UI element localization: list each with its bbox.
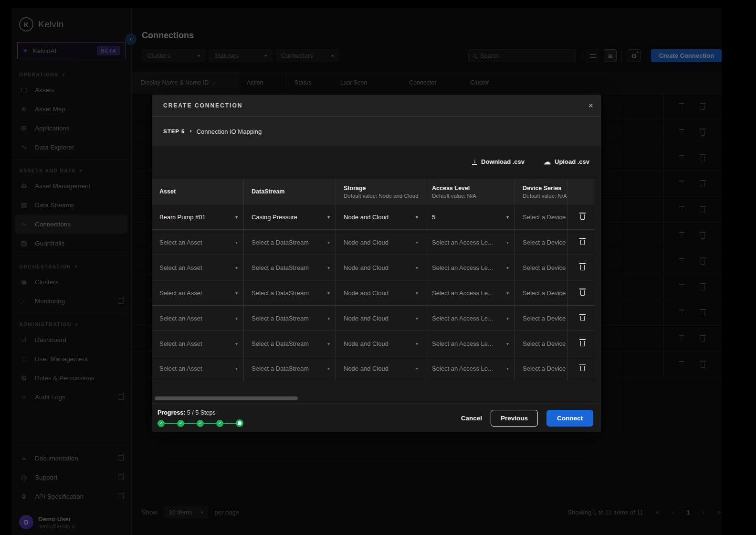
chevron-down-icon: ▾ bbox=[235, 341, 238, 346]
datastream-select[interactable]: Select a DataStream ▾ bbox=[244, 230, 336, 255]
asset-select[interactable]: Select an Asset ▾ bbox=[152, 230, 244, 255]
modal-title: CREATE CONNECTION bbox=[163, 102, 588, 109]
step-indicator: STEP 5 • Connection IO Mapping bbox=[152, 117, 601, 146]
chevron-down-icon: ▾ bbox=[416, 366, 418, 371]
datastream-select[interactable]: Select a DataStream ▾ bbox=[244, 331, 336, 356]
chevron-down-icon: ▾ bbox=[416, 240, 418, 245]
chevron-down-icon: ▾ bbox=[506, 341, 509, 346]
chevron-down-icon: ▾ bbox=[506, 240, 509, 245]
storage-select[interactable]: Node and Cloud ▾ bbox=[336, 204, 424, 229]
asset-select[interactable]: Beam Pump #01 ▾ bbox=[152, 204, 244, 229]
horizontal-scrollbar[interactable] bbox=[155, 396, 298, 400]
chevron-down-icon: ▾ bbox=[327, 366, 330, 371]
csv-actions: ↓ Download .csv ☁ Upload .csv bbox=[472, 158, 589, 165]
io-row-empty: Select an Asset ▾ Select a DataStream ▾ … bbox=[152, 255, 595, 280]
step-label: STEP 5 bbox=[163, 128, 185, 134]
delete-row-button[interactable] bbox=[580, 213, 585, 221]
access-level-select[interactable]: 5 ▾ bbox=[424, 204, 515, 229]
step-done-icon: ✓ bbox=[177, 420, 184, 427]
app-window: K Kelvin· ✦ KelvinAI BETA OPERATIONS ∨ ▤… bbox=[0, 0, 756, 535]
chevron-down-icon: ▾ bbox=[416, 290, 418, 296]
delete-row-button[interactable] bbox=[580, 264, 585, 272]
access-level-select[interactable]: Select an Access Le... ▾ bbox=[424, 230, 515, 255]
progress-stepper: ✓ ✓ ✓ ✓ bbox=[158, 419, 243, 427]
modal-footer: Progress: 5 / 5 Steps ✓ ✓ ✓ ✓ Cancel P bbox=[152, 404, 601, 432]
cancel-button[interactable]: Cancel bbox=[461, 415, 482, 422]
trash-icon bbox=[580, 341, 585, 346]
chevron-down-icon: ▾ bbox=[235, 366, 238, 371]
asset-select[interactable]: Select an Asset ▾ bbox=[152, 306, 244, 331]
step-done-icon: ✓ bbox=[158, 420, 165, 427]
delete-row-button[interactable] bbox=[580, 340, 585, 348]
io-row-empty: Select an Asset ▾ Select a DataStream ▾ … bbox=[152, 356, 595, 381]
chevron-down-icon: ▾ bbox=[416, 316, 418, 321]
download-csv-button[interactable]: ↓ Download .csv bbox=[472, 158, 525, 165]
storage-select[interactable]: Node and Cloud ▾ bbox=[336, 230, 424, 255]
asset-select[interactable]: Select an Asset ▾ bbox=[152, 356, 244, 381]
connect-button[interactable]: Connect bbox=[546, 410, 593, 427]
asset-select[interactable]: Select an Asset ▾ bbox=[152, 280, 244, 305]
chevron-down-icon: ▾ bbox=[235, 290, 238, 296]
storage-select[interactable]: Node and Cloud ▾ bbox=[336, 280, 424, 305]
io-column-storage: Storage Default value: Node and Cloud bbox=[336, 179, 424, 204]
progress-label: Progress: bbox=[158, 409, 185, 416]
access-level-select[interactable]: Select an Access Le... ▾ bbox=[424, 356, 515, 381]
progress-indicator: Progress: 5 / 5 Steps ✓ ✓ ✓ ✓ bbox=[158, 409, 253, 427]
datastream-select[interactable]: Casing Pressure ▾ bbox=[244, 204, 336, 229]
chevron-down-icon: ▾ bbox=[416, 265, 418, 270]
delete-row-button[interactable] bbox=[580, 289, 585, 297]
storage-select[interactable]: Node and Cloud ▾ bbox=[336, 255, 424, 280]
trash-icon bbox=[580, 290, 585, 296]
device-series-select[interactable]: Select a Device bbox=[515, 204, 568, 229]
step-done-icon: ✓ bbox=[216, 420, 223, 427]
datastream-select[interactable]: Select a DataStream ▾ bbox=[244, 255, 336, 280]
access-level-select[interactable]: Select an Access Le... ▾ bbox=[424, 280, 515, 305]
asset-select[interactable]: Select an Asset ▾ bbox=[152, 255, 244, 280]
device-series-select[interactable]: Select a Device bbox=[515, 255, 568, 280]
upload-csv-button[interactable]: ☁ Upload .csv bbox=[544, 158, 589, 165]
io-row-empty: Select an Asset ▾ Select a DataStream ▾ … bbox=[152, 331, 595, 356]
trash-icon bbox=[580, 214, 585, 220]
previous-button[interactable]: Previous bbox=[491, 410, 538, 427]
storage-select[interactable]: Node and Cloud ▾ bbox=[336, 306, 424, 331]
access-level-select[interactable]: Select an Access Le... ▾ bbox=[424, 331, 515, 356]
trash-icon bbox=[580, 366, 585, 371]
chevron-down-icon: ▾ bbox=[416, 214, 418, 220]
step-bullet: • bbox=[189, 128, 191, 135]
step-name: Connection IO Mapping bbox=[197, 128, 262, 135]
chevron-down-icon: ▾ bbox=[506, 265, 509, 270]
io-table-header: Asset DataStream Storage Default value: … bbox=[152, 179, 595, 204]
storage-select[interactable]: Node and Cloud ▾ bbox=[336, 356, 424, 381]
io-column-actions bbox=[568, 179, 595, 204]
device-series-select[interactable]: Select a Device bbox=[515, 280, 568, 305]
chevron-down-icon: ▾ bbox=[327, 265, 330, 270]
io-row-filled: Beam Pump #01 ▾ Casing Pressure ▾ Node a… bbox=[152, 204, 595, 229]
io-row-empty: Select an Asset ▾ Select a DataStream ▾ … bbox=[152, 305, 595, 331]
chevron-down-icon: ▾ bbox=[506, 316, 509, 321]
chevron-down-icon: ▾ bbox=[506, 290, 509, 296]
datastream-select[interactable]: Select a DataStream ▾ bbox=[244, 356, 336, 381]
io-column-device-series: Device Series Default value: N/A bbox=[515, 179, 568, 204]
chevron-down-icon: ▾ bbox=[327, 341, 330, 346]
delete-row-button[interactable] bbox=[580, 238, 585, 246]
io-column-access-level: Access Level Default value: N/A bbox=[424, 179, 515, 204]
asset-select[interactable]: Select an Asset ▾ bbox=[152, 331, 244, 356]
create-connection-modal: CREATE CONNECTION × STEP 5 • Connection … bbox=[152, 95, 601, 432]
datastream-select[interactable]: Select a DataStream ▾ bbox=[244, 280, 336, 305]
device-series-select[interactable]: Select a Device bbox=[515, 331, 568, 356]
access-level-select[interactable]: Select an Access Le... ▾ bbox=[424, 255, 515, 280]
close-icon[interactable]: × bbox=[588, 101, 593, 110]
chevron-down-icon: ▾ bbox=[506, 366, 509, 371]
storage-select[interactable]: Node and Cloud ▾ bbox=[336, 331, 424, 356]
device-series-select[interactable]: Select a Device bbox=[515, 306, 568, 331]
device-series-select[interactable]: Select a Device bbox=[515, 230, 568, 255]
trash-icon bbox=[580, 240, 585, 245]
access-level-select[interactable]: Select an Access Le... ▾ bbox=[424, 306, 515, 331]
chevron-down-icon: ▾ bbox=[235, 240, 238, 245]
chevron-down-icon: ▾ bbox=[327, 240, 330, 245]
chevron-down-icon: ▾ bbox=[327, 214, 330, 220]
datastream-select[interactable]: Select a DataStream ▾ bbox=[244, 306, 336, 331]
delete-row-button[interactable] bbox=[580, 364, 585, 373]
device-series-select[interactable]: Select a Device bbox=[515, 356, 568, 381]
delete-row-button[interactable] bbox=[580, 314, 585, 322]
